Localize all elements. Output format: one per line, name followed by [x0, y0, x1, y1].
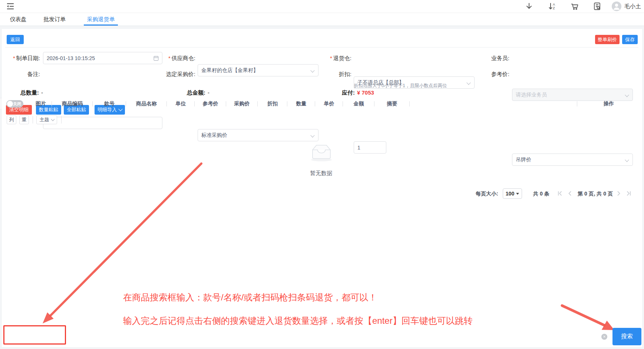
doc-search-icon[interactable] — [593, 2, 602, 11]
order-date-label: *制单日期: — [4, 52, 40, 64]
col-product-name: 商品名称 — [126, 98, 167, 109]
col-summary: 摘要 — [374, 98, 410, 109]
price-type-select[interactable]: 标准采购价 — [198, 129, 318, 141]
image-toggle-cell: 关闭 — [0, 98, 30, 109]
clear-input-icon[interactable]: × — [601, 334, 607, 340]
weight-button[interactable]: 重 — [19, 115, 29, 124]
page-size-label: 每页大小: — [476, 191, 498, 197]
tab-bar: 仪表盘 批发订单 采购退货单 — [0, 13, 644, 26]
chevron-down-icon — [310, 68, 314, 72]
annotation-highlight-rect — [3, 325, 66, 345]
tab-wholesale-order[interactable]: 批发订单 — [40, 13, 69, 25]
chevron-down-icon — [625, 93, 629, 97]
discount-label: 折扣: — [317, 68, 351, 80]
divider — [5, 47, 638, 47]
required-star: * — [168, 55, 171, 61]
remark-label: 备注: — [4, 68, 40, 80]
price-type-label: 选定采购价: — [156, 68, 195, 80]
return-warehouse-label: *退货仓: — [317, 52, 351, 64]
cart-icon[interactable] — [570, 2, 579, 11]
top-bar: A Z 毛小土 — [0, 0, 644, 13]
page-info: 第 0 页, 共 0 页 — [578, 191, 613, 197]
image-toggle-switch[interactable]: 关闭 — [6, 100, 23, 108]
header-spacer — [410, 98, 577, 109]
divider — [61, 116, 62, 124]
empty-box-icon — [309, 142, 334, 163]
sort-az-icon[interactable]: A Z — [548, 2, 557, 11]
next-page-icon[interactable] — [616, 191, 621, 196]
discount-input[interactable] — [354, 141, 386, 154]
chevron-down-icon — [625, 158, 629, 162]
page-size-select[interactable]: 100 — [503, 188, 522, 199]
col-actions: 操作 — [577, 98, 640, 109]
payable-amount: 应付:¥ 7053 — [342, 89, 374, 96]
total-count: 共 0 条 — [533, 191, 549, 197]
total-amount: 总金额:- — [187, 89, 209, 96]
col-image: 图片 — [30, 98, 52, 109]
chevron-down-icon — [466, 80, 470, 85]
supplier-label: *供应商仓: — [156, 52, 195, 64]
theme-button[interactable]: 主题 — [36, 115, 57, 124]
col-style-no: 款号 — [93, 98, 126, 109]
divider — [33, 116, 33, 124]
col-product-code: 商品编码 — [52, 98, 93, 109]
svg-text:Z: Z — [553, 6, 555, 10]
col-purchase-price: 采购价 — [226, 98, 258, 109]
required-star: * — [330, 55, 332, 61]
discount-hint: 折扣范围大于0小于等于1，且限小数点后两位 — [354, 83, 447, 89]
back-button[interactable]: 返回 — [7, 35, 24, 44]
prev-page-icon[interactable] — [567, 191, 572, 196]
reference-price-select[interactable]: 吊牌价 — [512, 154, 633, 166]
col-quantity: 数量 — [287, 98, 315, 109]
supplier-select[interactable]: 金果籽的仓店【金果籽】 — [198, 64, 318, 76]
col-unit: 单位 — [167, 98, 195, 109]
order-date-input[interactable]: 2026-01-13 10:15:25 — [43, 52, 162, 64]
purchase-return-page: A Z 毛小土 仪表盘 批发 — [0, 0, 644, 349]
save-button[interactable]: 保存 — [622, 35, 638, 44]
chevron-down-icon — [51, 118, 55, 121]
annotation-line-1: 在商品搜索框输入：款号/名称/或者扫码枪扫条码退货，都可以！ — [123, 292, 377, 303]
required-star: * — [13, 55, 15, 61]
user-name[interactable]: 毛小土 — [624, 3, 641, 10]
reference-price-label: 参考价: — [475, 68, 509, 80]
table-header: 关闭 图片 商品编码 款号 商品名称 单位 参考价 采购价 折扣 数量 单价 金… — [0, 98, 640, 109]
reprice-button[interactable]: 整单刷价 — [595, 35, 620, 44]
avatar[interactable] — [612, 1, 621, 10]
tab-dashboard[interactable]: 仪表盘 — [7, 13, 30, 25]
col-ref-price: 参考价 — [195, 98, 226, 109]
first-page-icon[interactable] — [557, 191, 563, 196]
col-discount: 折扣 — [258, 98, 287, 109]
columns-button[interactable]: 列 — [7, 115, 16, 124]
col-unit-price: 单价 — [315, 98, 343, 109]
download-icon[interactable] — [525, 2, 534, 11]
total-qty: 总数量:- — [20, 89, 43, 96]
chevron-down-icon — [310, 133, 314, 137]
tab-purchase-return[interactable]: 采购退货单 — [84, 13, 118, 25]
last-page-icon[interactable] — [626, 191, 632, 196]
col-amount: 金额 — [343, 98, 374, 109]
caret-down-icon — [516, 193, 519, 195]
annotation-line-2: 输入完之后记得点击右侧的搜索键进入退货数量选择，或者按【enter】回车键也可以… — [123, 315, 473, 327]
salesman-label: 业务员: — [475, 52, 509, 64]
search-button[interactable]: 搜索 — [612, 328, 641, 345]
empty-text: 暂无数据 — [299, 170, 343, 177]
svg-text:A: A — [553, 3, 555, 6]
collapse-menu-icon[interactable] — [6, 2, 15, 11]
